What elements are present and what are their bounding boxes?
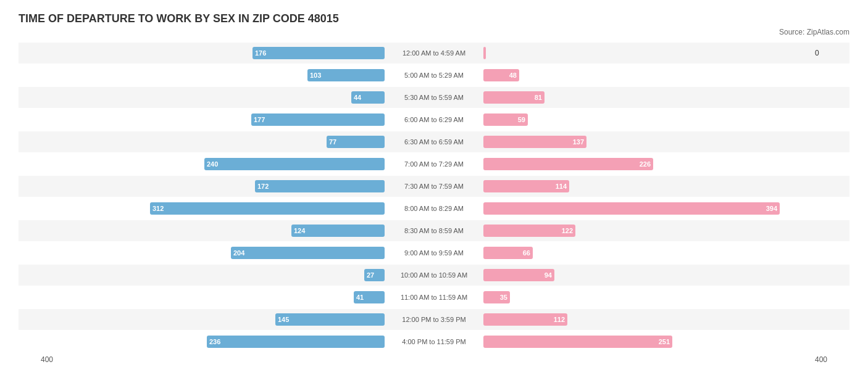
time-label: 7:30 AM to 7:59 AM	[385, 183, 483, 190]
right-value: 0	[812, 49, 849, 57]
female-bar-label: 394	[766, 205, 777, 212]
time-label: 12:00 AM to 4:59 AM	[385, 49, 483, 57]
chart-row: 236 4:00 PM to 11:59 PM 251	[19, 331, 849, 352]
male-bar-label: 312	[152, 205, 164, 212]
male-bar: 177	[251, 113, 385, 126]
female-bar-label: 48	[509, 72, 517, 79]
female-bar: 66	[483, 247, 533, 259]
male-bar-label: 176	[255, 49, 266, 57]
source-text: Source: ZipAtlas.com	[19, 28, 849, 36]
female-bar-label: 122	[562, 227, 573, 234]
time-label: 10:00 AM to 10:59 AM	[385, 271, 483, 279]
chart-row: 172 7:30 AM to 7:59 AM 114	[19, 176, 849, 197]
female-bar: 59	[483, 113, 528, 126]
male-bar: 172	[255, 180, 385, 192]
female-bar: 122	[483, 225, 575, 237]
female-bar: 251	[483, 336, 672, 348]
chart-row: 177 6:00 AM to 6:29 AM 59	[19, 109, 849, 130]
chart-row: 27 10:00 AM to 10:59 AM 94	[19, 265, 849, 286]
female-bar-label: 137	[573, 138, 584, 146]
female-bar: 394	[483, 202, 780, 215]
male-bar-label: 204	[233, 249, 244, 257]
chart-row: 145 12:00 PM to 3:59 PM 112	[19, 309, 849, 330]
male-bar-label: 240	[207, 160, 218, 168]
female-bar-label: 81	[535, 94, 542, 101]
female-bar-label: 251	[659, 338, 670, 345]
chart-row: 77 6:30 AM to 6:59 AM 137	[19, 131, 849, 152]
female-bar: 226	[483, 158, 653, 170]
male-bar: 77	[327, 136, 385, 148]
axis-row: 400 400	[19, 353, 849, 366]
female-bar: 112	[483, 313, 567, 326]
female-bar-label: 94	[545, 271, 552, 279]
time-label: 8:30 AM to 8:59 AM	[385, 227, 483, 234]
time-label: 6:00 AM to 6:29 AM	[385, 116, 483, 123]
male-bar: 176	[252, 47, 385, 59]
male-bar: 103	[307, 69, 385, 81]
male-bar-label: 145	[278, 316, 289, 323]
female-bar-label: 35	[500, 294, 507, 301]
chart-container: 176 12:00 AM to 4:59 AM 0 103 5:00 AM to…	[19, 43, 849, 352]
chart-row: 312 8:00 AM to 8:29 AM 394	[19, 198, 849, 219]
chart-row: 103 5:00 AM to 5:29 AM 48	[19, 65, 849, 86]
male-bar: 312	[150, 202, 385, 215]
female-bar	[483, 47, 486, 59]
female-bar-label: 112	[554, 316, 565, 323]
time-label: 9:00 AM to 9:59 AM	[385, 249, 483, 257]
time-label: 5:00 AM to 5:29 AM	[385, 72, 483, 79]
male-bar-label: 103	[310, 72, 321, 79]
chart-row: 44 5:30 AM to 5:59 AM 81	[19, 87, 849, 108]
male-bar: 124	[291, 225, 385, 237]
chart-title: TIME OF DEPARTURE TO WORK BY SEX IN ZIP …	[19, 12, 849, 25]
axis-right-label: 400	[812, 355, 849, 364]
male-bar-label: 44	[354, 94, 361, 101]
female-bar: 94	[483, 269, 554, 281]
male-bar: 27	[364, 269, 385, 281]
time-label: 11:00 AM to 11:59 AM	[385, 294, 483, 301]
male-bar: 41	[354, 291, 385, 303]
female-bar-label: 66	[523, 249, 530, 257]
time-label: 7:00 AM to 7:29 AM	[385, 160, 483, 168]
male-bar: 240	[204, 158, 385, 170]
time-label: 5:30 AM to 5:59 AM	[385, 94, 483, 101]
time-label: 12:00 PM to 3:59 PM	[385, 316, 483, 323]
male-bar: 236	[207, 336, 385, 348]
female-bar-label: 114	[556, 183, 567, 190]
chart-row: 41 11:00 AM to 11:59 AM 35	[19, 287, 849, 308]
male-bar-label: 172	[257, 183, 269, 190]
male-bar: 204	[231, 247, 385, 259]
male-bar-label: 177	[254, 116, 265, 123]
time-label: 6:30 AM to 6:59 AM	[385, 138, 483, 146]
male-bar-label: 27	[367, 271, 374, 279]
chart-row: 204 9:00 AM to 9:59 AM 66	[19, 242, 849, 263]
male-bar-label: 124	[294, 227, 305, 234]
female-bar: 137	[483, 136, 586, 148]
male-bar-label: 77	[329, 138, 336, 146]
male-bar: 44	[351, 91, 385, 104]
axis-left-label: 400	[19, 355, 56, 364]
female-bar-label: 59	[518, 116, 525, 123]
male-bar-label: 236	[209, 338, 220, 345]
female-bar: 114	[483, 180, 569, 192]
chart-row: 240 7:00 AM to 7:29 AM 226	[19, 154, 849, 175]
female-bar: 35	[483, 291, 510, 303]
chart-row: 124 8:30 AM to 8:59 AM 122	[19, 220, 849, 241]
female-bar: 48	[483, 69, 519, 81]
female-bar: 81	[483, 91, 545, 104]
female-bar-label: 226	[640, 160, 651, 168]
male-bar-label: 41	[356, 294, 364, 301]
male-bar: 145	[275, 313, 385, 326]
chart-row: 176 12:00 AM to 4:59 AM 0	[19, 43, 849, 64]
time-label: 4:00 PM to 11:59 PM	[385, 338, 483, 345]
time-label: 8:00 AM to 8:29 AM	[385, 205, 483, 212]
